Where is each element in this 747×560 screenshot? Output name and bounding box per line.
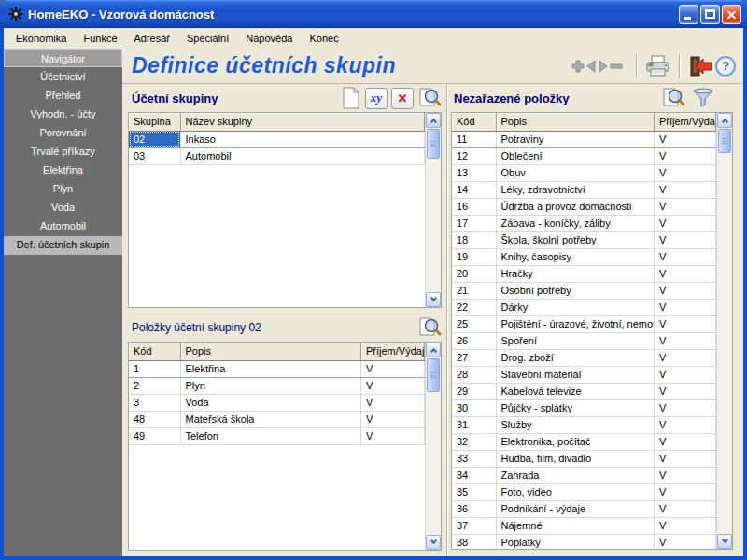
unassigned-table-panel: KódPopisPříjem/Výdaj11PotravinyV12Obleče…	[451, 112, 733, 550]
sidebar-item[interactable]: Elektřina	[4, 161, 122, 180]
sidebar-item[interactable]: Porovnání	[4, 124, 122, 143]
delete-group-icon[interactable]: ✕	[391, 88, 414, 109]
table-row[interactable]: 16Údržba a provoz domácnostiV	[452, 198, 716, 215]
sidebar-item[interactable]: Vyhodn. - účty	[4, 105, 122, 124]
titlebar[interactable]: HomeEKO - Vzorová domácnost	[0, 0, 747, 28]
table-row[interactable]: 48Mateřská školaV	[129, 411, 425, 427]
column-header[interactable]: Příjem/Výdaj	[655, 113, 716, 131]
find-group-icon[interactable]	[417, 87, 442, 109]
table-row[interactable]: 49TelefonV	[129, 427, 425, 444]
groups-scrollbar[interactable]	[425, 113, 441, 307]
menu-item[interactable]: Funkce	[75, 30, 125, 47]
exit-door-icon[interactable]	[688, 55, 712, 77]
sidebar-item[interactable]: Trvalé příkazy	[4, 143, 122, 161]
table-row[interactable]: 38PoplatkyV	[452, 534, 716, 549]
table-row[interactable]: 32Elektronika, počítačV	[452, 433, 716, 450]
prev-record-icon[interactable]	[585, 60, 597, 73]
table-cell: 19	[452, 248, 496, 265]
scrollbar-thumb[interactable]	[427, 358, 440, 392]
table-row[interactable]: 02Inkaso	[129, 131, 425, 147]
minimize-button[interactable]	[679, 5, 698, 24]
print-icon[interactable]	[645, 55, 671, 77]
scroll-up-button[interactable]	[426, 113, 441, 128]
column-header[interactable]: Popis	[180, 343, 361, 360]
maximize-button[interactable]	[700, 5, 720, 24]
menu-item[interactable]: Speciální	[178, 30, 237, 47]
scroll-down-button[interactable]	[717, 534, 732, 549]
sidebar-item[interactable]: Účetnictví	[4, 68, 122, 87]
scrollbar-thumb[interactable]	[427, 129, 440, 159]
find-unassigned-icon[interactable]	[661, 87, 685, 109]
table-row[interactable]: 35Foto, videoV	[452, 483, 716, 500]
table-row[interactable]: 33Hudba, film, divadloV	[452, 450, 716, 467]
table-row[interactable]: 13ObuvV	[452, 164, 716, 181]
sidebar-item[interactable]: Automobil	[4, 217, 122, 236]
table-row[interactable]: 20HračkyV	[452, 265, 716, 282]
filter-funnel-icon[interactable]	[691, 87, 715, 109]
table-row[interactable]: 29Kabelová televizeV	[452, 383, 716, 399]
table-cell: 21	[452, 282, 496, 299]
table-row[interactable]: 28Stavební materiálV	[452, 366, 716, 383]
column-header[interactable]: Název skupiny	[180, 113, 425, 131]
remove-record-icon[interactable]	[610, 60, 623, 73]
table-row[interactable]: 14Léky, zdravotnictvíV	[452, 181, 716, 198]
scroll-up-button[interactable]	[426, 343, 441, 357]
table-row[interactable]: 26SpořeníV	[452, 332, 716, 349]
sidebar-item[interactable]: Plyn	[4, 180, 122, 199]
table-row[interactable]: 34ZahradaV	[452, 467, 716, 483]
unassigned-scrollbar[interactable]	[716, 113, 732, 549]
table-row[interactable]: 27Drog. zbožíV	[452, 349, 716, 366]
scrollbar-thumb[interactable]	[718, 129, 731, 153]
table-row[interactable]: 18Škola, školní potřebyV	[452, 231, 716, 248]
table-row[interactable]: 3VodaV	[129, 394, 425, 411]
column-header[interactable]: Popis	[496, 113, 655, 131]
scroll-down-button[interactable]	[426, 535, 441, 550]
table-row[interactable]: 19Knihy, časopisyV	[452, 248, 716, 265]
table-row[interactable]: 12OblečeníV	[452, 147, 716, 164]
table-row[interactable]: 2PlynV	[129, 377, 425, 394]
new-group-icon[interactable]	[341, 87, 361, 109]
menu-item[interactable]: Konec	[301, 30, 346, 47]
column-header[interactable]: Skupina	[129, 113, 180, 131]
sidebar-item[interactable]: Def. účetních skupin	[4, 236, 122, 255]
find-item-icon[interactable]	[417, 316, 442, 339]
column-header[interactable]: Kód	[452, 113, 496, 131]
menu-item[interactable]: Nápověda	[237, 30, 301, 47]
menu-item[interactable]: Adresář	[126, 30, 179, 47]
table-row[interactable]: 36Podnikání - výdajeV	[452, 500, 716, 517]
table-row[interactable]: 1ElektřinaV	[129, 360, 425, 377]
column-header[interactable]: Příjem/Výdaj	[361, 343, 425, 360]
table-row[interactable]: 37NájemnéV	[452, 517, 716, 534]
sidebar-item[interactable]: Voda	[4, 199, 122, 217]
table-cell: 33	[452, 450, 496, 467]
table-cell: V	[361, 427, 425, 444]
table-row[interactable]: 25Pojištění - úrazové, životní, nemoviV	[452, 315, 716, 332]
add-record-icon[interactable]	[571, 60, 585, 73]
table-cell: 11	[452, 131, 496, 147]
table-row[interactable]: 21Osobní potřebyV	[452, 282, 716, 299]
table-cell: V	[655, 147, 716, 164]
table-row[interactable]: 17Zábava - koníčky, zálibyV	[452, 215, 716, 231]
column-header[interactable]: Kód	[129, 343, 180, 360]
menu-item[interactable]: Ekonomika	[7, 30, 75, 47]
scroll-up-button[interactable]	[717, 113, 732, 128]
close-button[interactable]	[722, 5, 741, 24]
table-row[interactable]: 30Půjčky - splátkyV	[452, 399, 716, 416]
table-row[interactable]: 22DárkyV	[452, 299, 716, 315]
table-row[interactable]: 11PotravinyV	[452, 131, 716, 147]
scroll-down-button[interactable]	[426, 292, 441, 307]
help-icon[interactable]: ?	[715, 56, 736, 77]
table-row[interactable]: 31SlužbyV	[452, 416, 716, 433]
table-cell: Zábava - koníčky, záliby	[496, 215, 655, 231]
next-record-icon[interactable]	[598, 60, 609, 73]
unassigned-section-header: Nezařazené položky	[448, 84, 743, 112]
edit-group-icon[interactable]: xy	[365, 88, 388, 109]
sidebar-item[interactable]: Navigátor	[4, 49, 122, 67]
table-row[interactable]: 03Automobil	[129, 147, 425, 164]
table-cell: 03	[129, 147, 180, 164]
table-cell: V	[655, 416, 716, 433]
table-cell: Potraviny	[496, 131, 655, 147]
items-scrollbar[interactable]	[425, 343, 441, 550]
table-cell: Podnikání - výdaje	[496, 500, 655, 517]
sidebar-item[interactable]: Přehled	[4, 87, 122, 105]
